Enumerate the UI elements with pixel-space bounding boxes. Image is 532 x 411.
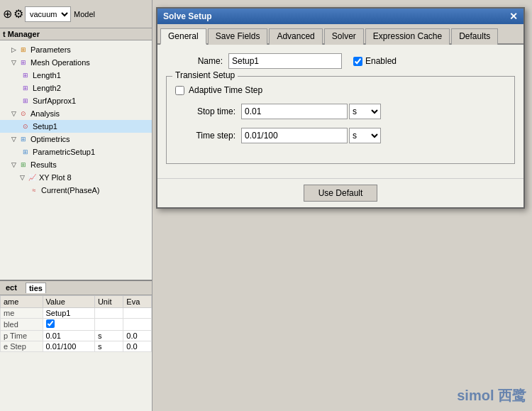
enabled-label: Enabled	[365, 56, 397, 66]
stop-time-label: Stop time:	[175, 106, 235, 116]
transient-setup-group: Transient Setup Adaptive Time Step Stop …	[166, 76, 515, 164]
name-input[interactable]	[228, 53, 342, 69]
prop-eval-time-step: 0.0	[123, 341, 152, 352]
analysis-icon: ⊙	[18, 108, 29, 119]
prop-eval-stop-time: 0.0	[123, 331, 152, 341]
time-step-input[interactable]	[241, 128, 348, 143]
tree-item-current-phasea[interactable]: ≈ Current(PhaseA)	[0, 184, 152, 197]
setup1-icon: ⊙	[20, 121, 31, 132]
prop-unit-stop-time: s	[94, 331, 123, 341]
expand-arrow-xyplot: ▽	[20, 174, 25, 181]
tree-label-setup1: Setup1	[33, 122, 57, 131]
panel-title: t Manager	[3, 30, 40, 38]
model-label: Model	[74, 10, 95, 18]
tree-item-xyplot8[interactable]: ▽ 📈 XY Plot 8	[0, 171, 152, 184]
enabled-checkbox[interactable]	[46, 319, 55, 328]
tab-expression-cache[interactable]: Expression Cache	[365, 28, 450, 45]
use-default-button[interactable]: Use Default	[304, 185, 378, 202]
surfapprox1-icon: ⊞	[20, 95, 31, 106]
time-step-row: Time step: s ms us ns	[175, 128, 506, 143]
tab-save-fields[interactable]: Save Fields	[208, 28, 268, 45]
tree-label-mesh-operations: Mesh Operations	[31, 58, 90, 67]
optim-icon: ⊞	[18, 133, 29, 145]
tree-item-surfapprox1[interactable]: ⊞ SurfApprox1	[0, 94, 152, 107]
col-eval: Eva	[123, 296, 152, 308]
expand-arrow: ▷	[11, 46, 16, 53]
prop-value-stop-time: 0.01	[43, 331, 94, 341]
toolbar: ⊕ ⚙ vacuum Model	[0, 0, 152, 28]
name-label: Name:	[166, 56, 223, 66]
expand-arrow-analysis: ▽	[11, 110, 16, 117]
dialog-title-bar: Solve Setup ✕	[157, 9, 523, 24]
app-icon2: ⚙	[13, 7, 23, 21]
mesh-icon: ⊞	[18, 57, 29, 68]
solve-setup-dialog: Solve Setup ✕ General Save Fields Advanc…	[156, 7, 525, 209]
expand-arrow-mesh: ▽	[11, 59, 16, 66]
tab-solver[interactable]: Solver	[324, 28, 364, 45]
stop-time-row: Stop time: s ms us ns	[175, 104, 506, 119]
table-row: e Step 0.01/100 s 0.0	[1, 341, 152, 352]
enabled-checkbox-dialog[interactable]	[353, 57, 362, 66]
length2-icon: ⊞	[20, 82, 31, 94]
properties-panel: ect ties ame Value Unit Eva me Setup1	[0, 280, 153, 411]
col-name: ame	[1, 296, 43, 308]
params-icon: ⊞	[18, 44, 29, 55]
tab-ect[interactable]: ect	[3, 283, 20, 293]
prop-name-stop-time: p Time	[1, 331, 43, 341]
dialog-close-button[interactable]: ✕	[509, 11, 518, 21]
group-title: Transient Setup	[172, 70, 238, 80]
tree-item-length2[interactable]: ⊞ Length2	[0, 82, 152, 94]
app-icon: ⊕	[3, 7, 12, 21]
prop-name-me: me	[1, 308, 43, 319]
table-row: bled	[1, 319, 152, 331]
tree-item-setup1[interactable]: ⊙ Setup1	[0, 120, 152, 133]
tree-label-parametricsetup1: ParametricSetup1	[33, 148, 95, 156]
tree-label-current-phasea: Current(PhaseA)	[41, 186, 100, 194]
expand-arrow-optim: ▽	[11, 136, 16, 143]
tree-label-results: Results	[31, 160, 57, 169]
prop-value-setup1: Setup1	[43, 308, 94, 319]
prop-eval-1	[123, 308, 152, 319]
tree-label-analysis: Analysis	[31, 109, 60, 118]
tab-ties[interactable]: ties	[26, 283, 46, 293]
table-row: me Setup1	[1, 308, 152, 319]
tree-item-analysis[interactable]: ▽ ⊙ Analysis	[0, 107, 152, 120]
stop-time-input[interactable]	[241, 104, 348, 119]
enabled-row: Enabled	[353, 56, 397, 66]
adaptive-checkbox[interactable]	[175, 86, 184, 95]
material-dropdown[interactable]: vacuum	[25, 6, 71, 22]
time-step-unit-select[interactable]: s ms us ns	[349, 128, 381, 143]
prop-value-bled	[43, 319, 94, 331]
tree-label-length2: Length2	[33, 84, 61, 92]
watermark: simol 西鹭	[457, 386, 526, 405]
dialog-title-text: Solve Setup	[163, 11, 212, 21]
tree-label-surfapprox1: SurfApprox1	[33, 97, 76, 105]
dialog-body: Name: Enabled Transient Setup Adaptive T…	[157, 45, 523, 178]
prop-eval-2	[123, 319, 152, 331]
prop-unit-1	[94, 308, 123, 319]
tree-label-xyplot8: XY Plot 8	[39, 173, 72, 182]
prop-name-bled: bled	[1, 319, 43, 331]
tree-item-length1[interactable]: ⊞ Length1	[0, 69, 152, 82]
tree-item-optimetrics[interactable]: ▽ ⊞ Optimetrics	[0, 133, 152, 146]
plot-icon: 📈	[26, 172, 38, 183]
adaptive-time-step-row: Adaptive Time Step	[175, 85, 506, 95]
name-row: Name: Enabled	[166, 53, 515, 69]
adaptive-label: Adaptive Time Step	[189, 85, 262, 95]
stop-time-unit-select[interactable]: s ms us ns	[349, 104, 381, 119]
tab-general[interactable]: General	[160, 28, 206, 45]
tree-area: ▷ ⊞ Parameters ▽ ⊞ Mesh Operations ⊞ Len…	[0, 40, 152, 199]
dialog-tabs: General Save Fields Advanced Solver Expr…	[157, 24, 523, 45]
properties-header: ect ties	[0, 281, 152, 295]
expand-arrow-results: ▽	[11, 161, 16, 168]
tree-item-results[interactable]: ▽ ⊞ Results	[0, 158, 152, 171]
prop-unit-2	[94, 319, 123, 331]
tree-item-mesh-operations[interactable]: ▽ ⊞ Mesh Operations	[0, 56, 152, 69]
results-icon: ⊞	[18, 159, 29, 170]
tab-defaults[interactable]: Defaults	[451, 28, 498, 45]
tree-item-parameters[interactable]: ▷ ⊞ Parameters	[0, 43, 152, 56]
length1-icon: ⊞	[20, 70, 31, 81]
tab-advanced[interactable]: Advanced	[269, 28, 322, 45]
prop-value-time-step: 0.01/100	[43, 341, 94, 352]
tree-item-parametricsetup1[interactable]: ⊞ ParametricSetup1	[0, 146, 152, 158]
